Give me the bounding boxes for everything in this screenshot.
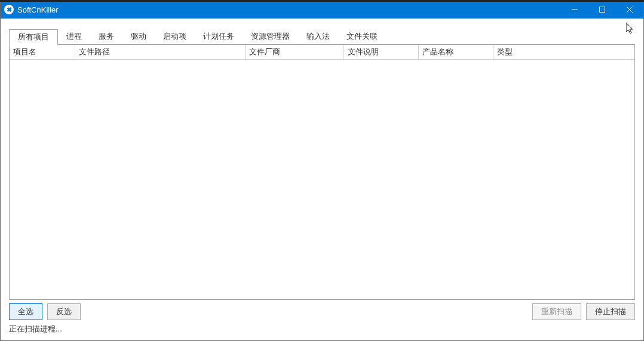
window-title: SoftCnKiller [17, 5, 59, 14]
tab-scheduled-tasks[interactable]: 计划任务 [195, 29, 243, 44]
content-area: 所有项目 进程 服务 驱动 启动项 计划任务 资源管理器 输入法 文件关联 项目… [1, 19, 643, 340]
table-header: 项目名 文件路径 文件厂商 文件说明 产品名称 类型 [10, 45, 634, 60]
app-icon: ✖ [4, 5, 14, 14]
tab-drivers[interactable]: 驱动 [122, 29, 155, 44]
table-body[interactable] [10, 60, 634, 299]
col-file-description[interactable]: 文件说明 [344, 45, 419, 59]
results-table: 项目名 文件路径 文件厂商 文件说明 产品名称 类型 [9, 45, 635, 300]
select-all-button[interactable]: 全选 [9, 303, 42, 320]
tab-services[interactable]: 服务 [90, 29, 122, 44]
tab-startup[interactable]: 启动项 [155, 29, 195, 44]
tab-bar: 所有项目 进程 服务 驱动 启动项 计划任务 资源管理器 输入法 文件关联 [9, 29, 635, 45]
stop-scan-button[interactable]: 停止扫描 [586, 303, 635, 320]
maximize-button[interactable] [588, 1, 616, 19]
minimize-button[interactable] [561, 1, 588, 19]
tab-ime[interactable]: 输入法 [298, 29, 338, 44]
invert-selection-button[interactable]: 反选 [47, 303, 81, 320]
col-product-name[interactable]: 产品名称 [419, 45, 493, 59]
tab-processes[interactable]: 进程 [58, 29, 90, 44]
close-button[interactable] [616, 1, 643, 19]
rescan-button[interactable]: 重新扫描 [532, 303, 581, 320]
status-text: 正在扫描进程... [9, 324, 635, 334]
tab-all-items[interactable]: 所有项目 [9, 29, 58, 45]
col-type[interactable]: 类型 [493, 45, 634, 59]
col-file-path[interactable]: 文件路径 [75, 45, 246, 59]
col-item-name[interactable]: 项目名 [10, 45, 75, 59]
tab-explorer[interactable]: 资源管理器 [243, 29, 298, 44]
tab-file-assoc[interactable]: 文件关联 [338, 29, 386, 44]
titlebar[interactable]: ✖ SoftCnKiller [1, 1, 643, 19]
bottom-toolbar: 全选 反选 重新扫描 停止扫描 [9, 303, 635, 320]
col-file-vendor[interactable]: 文件厂商 [246, 45, 344, 59]
app-window: ✖ SoftCnKiller 所有项目 进程 服务 驱动 启动项 计划任务 资源… [0, 0, 644, 341]
window-controls [561, 1, 643, 19]
svg-rect-1 [600, 7, 605, 13]
